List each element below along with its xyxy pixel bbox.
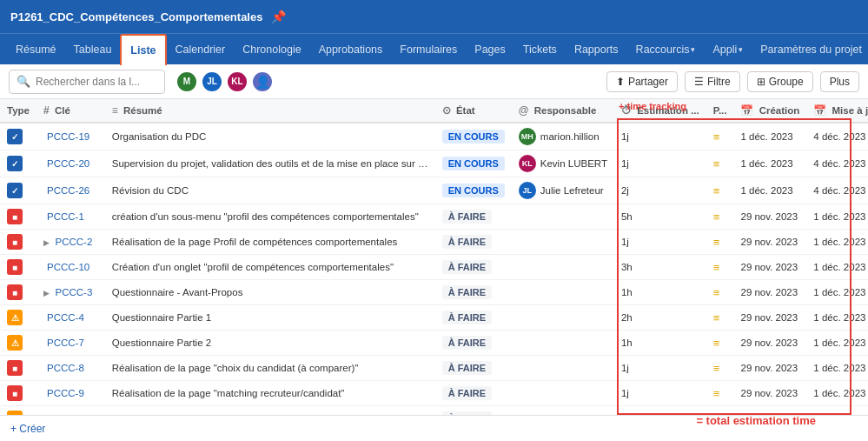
table-row: ■PCCC-1création d'un sous-menu "profil d… [0,204,868,230]
cell-key[interactable]: PCCC-9 [36,381,105,406]
cell-responsable [512,356,614,381]
type-icon: ✓ [7,183,23,198]
nav-raccourcis[interactable]: Raccourcis ▾ [627,34,705,65]
col-header-p[interactable]: P... [706,99,734,123]
nav-parametres[interactable]: Paramètres du projet [752,34,868,65]
cell-key[interactable]: PCCC-8 [36,356,105,381]
cell-key[interactable]: ▶ PCCC-2 [36,230,105,255]
cell-priority: ≡ [706,280,734,305]
cell-creation: 29 nov. 2023 [733,230,806,255]
status-badge: À FAIRE [442,235,492,249]
type-icon: ✓ [7,129,23,144]
cell-priority: ≡ [706,356,734,381]
avatar: MH [519,128,536,145]
avatar: KL [519,155,536,172]
cell-etat[interactable]: À FAIRE [435,406,512,416]
cell-etat[interactable]: À FAIRE [435,331,512,356]
cell-resume: Organisation du PDC [105,123,435,150]
nav-tickets[interactable]: Tickets [514,34,566,65]
cell-key[interactable]: PCCC-19 [36,123,105,150]
chevron-down-icon: ▾ [691,45,695,54]
col-header-responsable[interactable]: @ Responsable [512,99,614,123]
cell-priority: ≡ [706,331,734,356]
nav-liste[interactable]: Liste [120,34,166,65]
search-box[interactable]: 🔍 [9,70,165,94]
cell-key[interactable]: PCCC-11 [36,406,105,416]
cell-responsable: KLKevin LUBERT [512,150,614,177]
cell-etat[interactable]: EN COURS [435,150,512,177]
create-button[interactable]: + Créer [10,423,45,435]
col-header-type[interactable]: Type [0,99,36,123]
issues-table: Type # Clé ≡ Résumé ⊙ État @ Responsable… [0,99,868,415]
cell-key[interactable]: PCCC-1 [36,204,105,230]
nav-calendrier[interactable]: Calendrier [167,34,235,65]
avatar-kl[interactable]: KL [226,70,248,93]
cell-responsable [512,230,614,255]
cell-key[interactable]: PCCC-4 [36,305,105,331]
nav-approbations[interactable]: Approbations [310,34,392,65]
nav-formulaires[interactable]: Formulaires [391,34,466,65]
col-header-resume[interactable]: ≡ Résumé [105,99,435,123]
col-header-key[interactable]: # Clé [36,99,105,123]
cell-priority: ≡ [706,204,734,230]
cell-key[interactable]: ▶ PCCC-3 [36,280,105,305]
cell-estimation: 1j [614,230,706,255]
cell-key[interactable]: PCCC-20 [36,150,105,177]
cell-type: ■ [0,381,36,406]
cell-priority: ≡ [706,255,734,280]
resp-name: marion.hillion [540,131,600,142]
avatar-m[interactable]: M [176,70,198,93]
cell-type: ■ [0,204,36,230]
cell-maj: 1 déc. 2023 [806,356,868,381]
group-button[interactable]: ⊞ Groupe [747,71,813,92]
avatar-jl[interactable]: JL [201,70,223,93]
cell-estimation: 5h [614,204,706,230]
cell-creation: 1 déc. 2023 [733,123,806,150]
resp-cell: KLKevin LUBERT [519,155,607,172]
cell-etat[interactable]: À FAIRE [435,204,512,230]
table-body: ✓PCCC-19Organisation du PDCEN COURSMHmar… [0,123,868,415]
cell-etat[interactable]: À FAIRE [435,280,512,305]
cell-resume: Création d'un onglet "profil de compéten… [105,255,435,280]
cell-responsable [512,280,614,305]
cell-etat[interactable]: À FAIRE [435,381,512,406]
share-button[interactable]: ⬆ Partager [606,71,678,92]
search-input[interactable] [36,76,149,88]
col-header-maj[interactable]: 📅 Mise à jour [806,99,868,123]
cell-etat[interactable]: EN COURS [435,123,512,150]
cell-maj: 4 déc. 2023 [806,123,868,150]
expand-icon[interactable]: ▶ [43,289,52,297]
cell-etat[interactable]: À FAIRE [435,230,512,255]
filter-button[interactable]: ☰ Filtre [685,71,740,92]
cell-key[interactable]: PCCC-10 [36,255,105,280]
more-button[interactable]: Plus [820,71,859,92]
cell-key[interactable]: PCCC-7 [36,331,105,356]
status-badge: À FAIRE [442,411,492,415]
cell-etat[interactable]: EN COURS [435,177,512,204]
table-wrapper: + time tracking Type # Clé ≡ Résumé ⊙ Ét… [0,99,868,415]
cell-creation: 1 déc. 2023 [733,177,806,204]
col-header-estimation[interactable]: ⏱ Estimation ... [614,99,706,123]
cell-etat[interactable]: À FAIRE [435,305,512,331]
cell-etat[interactable]: À FAIRE [435,255,512,280]
expand-icon[interactable]: ▶ [43,238,52,247]
col-header-etat[interactable]: ⊙ État [435,99,512,123]
type-icon: ✓ [7,156,23,171]
nav-resume[interactable]: Résumé [7,34,65,65]
chevron-down-icon: ▾ [739,45,743,54]
cell-priority: ≡ [706,177,734,204]
nav-appli[interactable]: Appli ▾ [704,34,752,65]
cell-key[interactable]: PCCC-26 [36,177,105,204]
cell-responsable [512,204,614,230]
cell-estimation: 1j [614,356,706,381]
col-header-creation[interactable]: 📅 Création [733,99,806,123]
cell-estimation: 1j [614,123,706,150]
nav-pages[interactable]: Pages [466,34,514,65]
status-badge: À FAIRE [442,336,492,350]
nav-tableau[interactable]: Tableau [65,34,121,65]
avatar-user[interactable]: 👤 [251,70,274,93]
nav-rapports[interactable]: Rapports [566,34,627,65]
nav-chronologie[interactable]: Chronologie [234,34,309,65]
cell-type: ■ [0,230,36,255]
cell-etat[interactable]: À FAIRE [435,356,512,381]
